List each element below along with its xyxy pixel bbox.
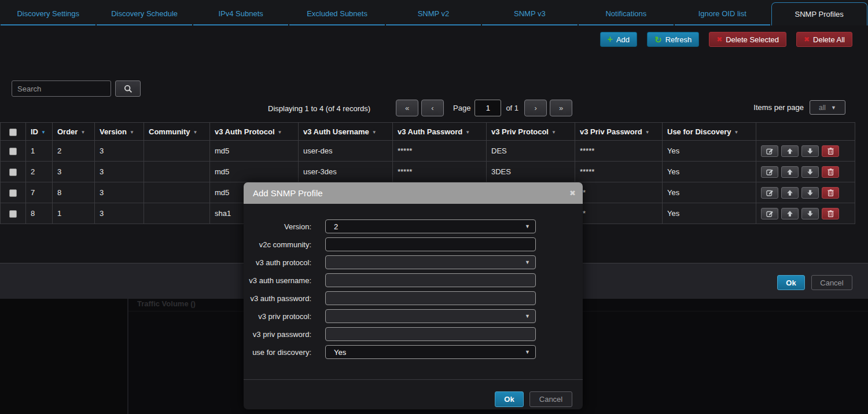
tab-snmp-v3[interactable]: SNMP v3 bbox=[482, 2, 577, 25]
cell-version: 3 bbox=[95, 141, 144, 162]
chevron-down-icon: ▼ bbox=[525, 349, 530, 355]
page-ok-button[interactable]: Ok bbox=[777, 275, 805, 290]
delete-all-button[interactable]: ✖ Delete All bbox=[796, 32, 852, 47]
prev-page-button[interactable]: ‹ bbox=[421, 100, 444, 116]
search-button[interactable] bbox=[115, 80, 141, 97]
move-up-button[interactable] bbox=[781, 187, 799, 199]
header-community[interactable]: Community▼ bbox=[144, 123, 210, 141]
close-icon[interactable]: ✖ bbox=[569, 182, 576, 204]
cell-order: 1 bbox=[53, 203, 95, 224]
move-up-button[interactable] bbox=[781, 208, 799, 219]
field-label-version: Version: bbox=[244, 222, 311, 231]
header-use-for-discovery[interactable]: Use for Discovery▼ bbox=[663, 123, 756, 141]
search-input[interactable] bbox=[12, 80, 111, 97]
tab-discovery-settings[interactable]: Discovery Settings bbox=[1, 2, 95, 25]
edit-row-button[interactable] bbox=[761, 187, 778, 199]
form-row: Version:2▼ bbox=[244, 219, 583, 233]
field-input-v3-auth-password[interactable] bbox=[325, 291, 536, 305]
edit-icon bbox=[766, 189, 774, 196]
cell-priv-password: ** bbox=[575, 203, 663, 224]
form-row: v3 priv protocol:▼ bbox=[244, 309, 583, 323]
sort-icon: ▼ bbox=[465, 130, 470, 135]
items-per-page: Items per page all ▼ bbox=[753, 100, 845, 115]
field-select-use-for-discovery[interactable]: Yes▼ bbox=[325, 345, 536, 359]
tab-snmp-profiles[interactable]: SNMP Profiles bbox=[771, 2, 867, 25]
row-checkbox[interactable] bbox=[9, 168, 17, 176]
field-select-version[interactable]: 2▼ bbox=[325, 219, 536, 233]
move-up-button[interactable] bbox=[781, 145, 799, 157]
items-per-page-select[interactable]: all ▼ bbox=[810, 100, 845, 115]
edit-row-button[interactable] bbox=[761, 208, 778, 219]
field-input-v2c-community[interactable] bbox=[325, 237, 536, 251]
delete-row-button[interactable] bbox=[822, 208, 839, 219]
delete-row-button[interactable] bbox=[822, 187, 839, 199]
row-checkbox[interactable] bbox=[9, 148, 17, 155]
tab-ignore-oid-list[interactable]: Ignore OID list bbox=[675, 2, 770, 25]
delete-x-icon: ✖ bbox=[804, 36, 810, 43]
select-value: 2 bbox=[334, 222, 338, 231]
cell-order: 2 bbox=[53, 141, 95, 162]
delete-row-button[interactable] bbox=[822, 145, 839, 157]
dialog-header[interactable]: Add SNMP Profile ✖ bbox=[244, 182, 583, 204]
move-up-button[interactable] bbox=[781, 166, 799, 178]
next-page-button[interactable]: › bbox=[524, 100, 547, 116]
page-input[interactable] bbox=[475, 100, 501, 116]
tab-snmp-v2[interactable]: SNMP v2 bbox=[386, 2, 481, 25]
tab-discovery-schedule[interactable]: Discovery Schedule bbox=[97, 2, 192, 25]
delete-row-button[interactable] bbox=[822, 166, 839, 178]
field-select-v3-priv-protocol[interactable]: ▼ bbox=[325, 309, 536, 323]
field-select-v3-auth-protocol[interactable]: ▼ bbox=[325, 255, 536, 269]
header-label: v3 Auth Password bbox=[398, 127, 462, 136]
edit-row-button[interactable] bbox=[761, 166, 778, 178]
header-v3-auth-username[interactable]: v3 Auth Username▼ bbox=[299, 123, 393, 141]
header-order[interactable]: Order▼ bbox=[53, 123, 95, 141]
delete-selected-button[interactable]: ✖ Delete Selected bbox=[709, 32, 786, 47]
move-down-icon bbox=[807, 168, 814, 175]
header-version[interactable]: Version▼ bbox=[95, 123, 144, 141]
sort-icon: ▼ bbox=[734, 130, 739, 135]
refresh-button[interactable]: ↻ Refresh bbox=[647, 32, 699, 47]
header-v3-priv-password[interactable]: v3 Priv Password▼ bbox=[575, 123, 663, 141]
cell-use-for-discovery: Yes bbox=[663, 141, 756, 162]
table-row: 233md5user-3des*****3DES*****Yes bbox=[1, 162, 855, 182]
dialog-ok-button[interactable]: Ok bbox=[495, 391, 524, 407]
header-v3-priv-protocol[interactable]: v3 Priv Protocol▼ bbox=[487, 123, 575, 141]
row-checkbox-cell bbox=[1, 141, 26, 162]
tab-bar: Discovery SettingsDiscovery ScheduleIPv4… bbox=[0, 0, 868, 25]
tab-ipv4-subnets[interactable]: IPv4 Subnets bbox=[193, 2, 288, 25]
header-id[interactable]: ID▼ bbox=[26, 123, 53, 141]
move-up-icon bbox=[786, 189, 793, 196]
add-button-label: Add bbox=[616, 35, 630, 44]
tab-notifications[interactable]: Notifications bbox=[579, 2, 674, 25]
page-cancel-button[interactable]: Cancel bbox=[811, 275, 852, 290]
row-checkbox[interactable] bbox=[9, 210, 17, 218]
header-v3-auth-password[interactable]: v3 Auth Password▼ bbox=[393, 123, 487, 141]
cell-use-for-discovery: Yes bbox=[663, 203, 756, 224]
last-page-button[interactable]: » bbox=[550, 100, 572, 116]
header-v3-auth-protocol[interactable]: v3 Auth Protocol▼ bbox=[210, 123, 299, 141]
select-all-checkbox[interactable] bbox=[9, 129, 17, 136]
page-of-label: of 1 bbox=[506, 104, 518, 112]
move-down-button[interactable] bbox=[801, 145, 819, 157]
cell-community bbox=[144, 182, 210, 203]
cell-community bbox=[144, 162, 210, 182]
move-down-button[interactable] bbox=[801, 187, 819, 199]
edit-row-button[interactable] bbox=[761, 145, 778, 157]
tab-excluded-subnets[interactable]: Excluded Subnets bbox=[289, 2, 384, 25]
row-checkbox[interactable] bbox=[9, 189, 17, 197]
add-button[interactable]: + Add bbox=[600, 32, 637, 47]
sort-icon: ▼ bbox=[130, 130, 134, 135]
field-input-v3-priv-password[interactable] bbox=[325, 327, 536, 341]
move-down-button[interactable] bbox=[801, 208, 819, 219]
move-down-button[interactable] bbox=[801, 166, 819, 178]
chevron-down-icon: ▼ bbox=[831, 105, 836, 111]
trash-icon bbox=[827, 148, 834, 155]
dialog-footer-divider bbox=[244, 379, 583, 380]
delete-all-label: Delete All bbox=[813, 35, 845, 44]
field-input-v3-auth-username[interactable] bbox=[325, 273, 536, 287]
row-actions bbox=[761, 208, 855, 219]
form-row: v3 auth password: bbox=[244, 291, 583, 305]
cell-community bbox=[144, 141, 210, 162]
first-page-button[interactable]: « bbox=[396, 100, 418, 116]
dialog-cancel-button[interactable]: Cancel bbox=[529, 391, 572, 407]
